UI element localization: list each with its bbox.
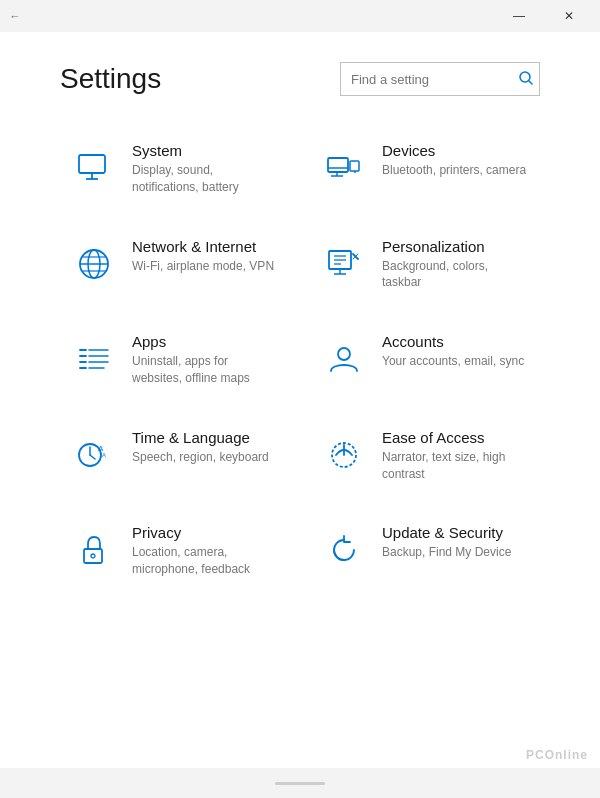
time-icon: A A <box>70 431 118 479</box>
setting-item-accounts[interactable]: Accounts Your accounts, email, sync <box>310 317 540 403</box>
titlebar: ← — ✕ <box>0 0 600 32</box>
close-button[interactable]: ✕ <box>546 0 592 32</box>
setting-item-time[interactable]: A A Time & Language Speech, region, keyb… <box>60 413 290 499</box>
apps-title: Apps <box>132 333 280 350</box>
search-input[interactable] <box>351 72 519 87</box>
network-desc: Wi-Fi, airplane mode, VPN <box>132 258 280 275</box>
back-button[interactable]: ← <box>8 9 22 23</box>
minimize-button[interactable]: — <box>496 0 542 32</box>
devices-text: Devices Bluetooth, printers, camera <box>382 142 530 179</box>
svg-rect-2 <box>79 155 105 173</box>
search-icon <box>519 71 533 88</box>
ease-icon <box>320 431 368 479</box>
privacy-text: Privacy Location, camera, microphone, fe… <box>132 524 280 578</box>
page-title: Settings <box>60 63 161 95</box>
setting-item-personalization[interactable]: Personalization Background, colors, task… <box>310 222 540 308</box>
taskbar-bottom <box>0 768 600 798</box>
system-desc: Display, sound, notifications, battery <box>132 162 280 196</box>
privacy-title: Privacy <box>132 524 280 541</box>
svg-line-35 <box>90 455 95 459</box>
svg-text:A: A <box>102 452 106 458</box>
system-text: System Display, sound, notifications, ba… <box>132 142 280 196</box>
ease-title: Ease of Access <box>382 429 530 446</box>
accounts-title: Accounts <box>382 333 530 350</box>
apps-icon <box>70 335 118 383</box>
svg-point-41 <box>91 554 95 558</box>
apps-desc: Uninstall, apps for websites, offline ma… <box>132 353 280 387</box>
setting-item-network[interactable]: Network & Internet Wi-Fi, airplane mode,… <box>60 222 290 308</box>
ease-text: Ease of Access Narrator, text size, high… <box>382 429 530 483</box>
accounts-text: Accounts Your accounts, email, sync <box>382 333 530 370</box>
main-content: Settings <box>0 32 600 768</box>
watermark: PCOnline <box>526 748 588 762</box>
privacy-desc: Location, camera, microphone, feedback <box>132 544 280 578</box>
time-title: Time & Language <box>132 429 280 446</box>
search-box[interactable] <box>340 62 540 96</box>
setting-item-update[interactable]: Update & Security Backup, Find My Device <box>310 508 540 594</box>
privacy-icon <box>70 526 118 574</box>
network-text: Network & Internet Wi-Fi, airplane mode,… <box>132 238 280 275</box>
time-desc: Speech, region, keyboard <box>132 449 280 466</box>
setting-item-ease[interactable]: Ease of Access Narrator, text size, high… <box>310 413 540 499</box>
titlebar-controls: — ✕ <box>496 0 592 32</box>
personalization-text: Personalization Background, colors, task… <box>382 238 530 292</box>
personalization-desc: Background, colors, taskbar <box>382 258 530 292</box>
settings-grid: System Display, sound, notifications, ba… <box>60 126 540 594</box>
taskbar-line <box>275 782 325 785</box>
network-icon <box>70 240 118 288</box>
time-text: Time & Language Speech, region, keyboard <box>132 429 280 466</box>
update-title: Update & Security <box>382 524 530 541</box>
svg-rect-40 <box>84 549 102 563</box>
devices-title: Devices <box>382 142 530 159</box>
setting-item-devices[interactable]: Devices Bluetooth, printers, camera <box>310 126 540 212</box>
svg-line-1 <box>529 81 532 84</box>
svg-rect-6 <box>350 161 359 171</box>
apps-text: Apps Uninstall, apps for websites, offli… <box>132 333 280 387</box>
update-text: Update & Security Backup, Find My Device <box>382 524 530 561</box>
header-row: Settings <box>60 62 540 96</box>
ease-desc: Narrator, text size, high contrast <box>382 449 530 483</box>
setting-item-apps[interactable]: Apps Uninstall, apps for websites, offli… <box>60 317 290 403</box>
accounts-icon <box>320 335 368 383</box>
settings-window: ← — ✕ Settings <box>0 0 600 798</box>
update-icon <box>320 526 368 574</box>
titlebar-left: ← <box>8 9 22 23</box>
system-title: System <box>132 142 280 159</box>
setting-item-system[interactable]: System Display, sound, notifications, ba… <box>60 126 290 212</box>
svg-rect-5 <box>328 158 348 172</box>
devices-desc: Bluetooth, printers, camera <box>382 162 530 179</box>
update-desc: Backup, Find My Device <box>382 544 530 561</box>
svg-point-32 <box>338 348 350 360</box>
system-icon <box>70 144 118 192</box>
accounts-desc: Your accounts, email, sync <box>382 353 530 370</box>
network-title: Network & Internet <box>132 238 280 255</box>
personalization-title: Personalization <box>382 238 530 255</box>
personalization-icon <box>320 240 368 288</box>
devices-icon <box>320 144 368 192</box>
setting-item-privacy[interactable]: Privacy Location, camera, microphone, fe… <box>60 508 290 594</box>
